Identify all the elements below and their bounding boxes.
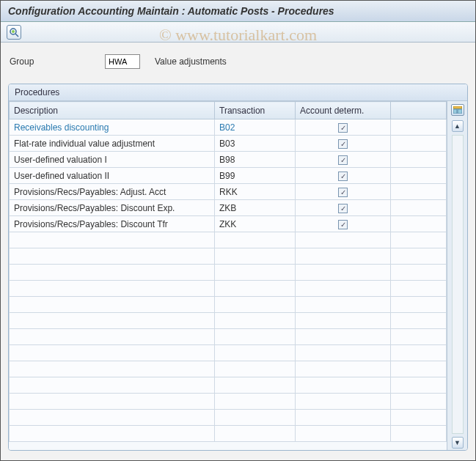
svg-rect-4 [453, 109, 457, 114]
cell-empty [296, 345, 391, 361]
cell-account-determ[interactable]: ✓ [296, 152, 391, 168]
page-title: Configuration Accounting Maintain : Auto… [8, 5, 468, 17]
group-label: Group [10, 56, 98, 67]
cell-account-determ[interactable]: ✓ [296, 200, 391, 216]
checkbox-icon[interactable]: ✓ [338, 139, 348, 149]
cell-empty [10, 394, 215, 410]
cell-empty [296, 410, 391, 426]
table-settings-icon[interactable] [451, 104, 464, 116]
cell-empty [215, 297, 296, 313]
cell-transaction[interactable]: RKK [215, 184, 296, 200]
cell-empty [296, 313, 391, 329]
col-account-determ[interactable]: Account determ. [296, 102, 391, 119]
cell-account-determ[interactable]: ✓ [296, 184, 391, 200]
checkbox-icon[interactable]: ✓ [338, 123, 348, 133]
cell-description[interactable]: User-defined valuation I [10, 152, 215, 168]
cell-description[interactable]: Provisions/Recs/Payables: Discount Tfr [10, 216, 215, 232]
table-row-empty[interactable] [10, 361, 447, 377]
table-row[interactable]: Provisions/Recs/Payables: Adjust. AcctRK… [10, 184, 447, 200]
procedures-table: Description Transaction Account determ. … [9, 101, 447, 442]
cell-empty [215, 313, 296, 329]
table-row-empty[interactable] [10, 426, 447, 442]
cell-description[interactable]: User-defined valuation II [10, 168, 215, 184]
table-row-empty[interactable] [10, 377, 447, 394]
scroll-track[interactable] [452, 135, 464, 434]
table-row-empty[interactable] [10, 313, 447, 329]
col-description[interactable]: Description [10, 102, 215, 119]
cell-transaction[interactable]: B02 [215, 119, 296, 136]
cell-empty [10, 297, 215, 313]
table-row[interactable]: User-defined valuation IIB99✓ [10, 168, 447, 184]
cell-empty [215, 426, 296, 442]
cell-empty [391, 313, 447, 329]
cell-empty [391, 265, 447, 281]
cell-empty [215, 265, 296, 281]
cell-empty [215, 345, 296, 361]
table-row[interactable]: Provisions/Recs/Payables: Discount TfrZK… [10, 216, 447, 232]
cell-account-determ[interactable]: ✓ [296, 168, 391, 184]
cell-account-determ[interactable]: ✓ [296, 216, 391, 232]
checkbox-icon[interactable]: ✓ [338, 172, 348, 181]
table-row[interactable]: Flat-rate individual value adjustmentB03… [10, 136, 447, 152]
cell-description[interactable]: Receivables discounting [10, 119, 215, 136]
table-row-empty[interactable] [10, 410, 447, 426]
cell-empty [391, 297, 447, 313]
table-row-empty[interactable] [10, 232, 447, 248]
checkbox-icon[interactable]: ✓ [338, 188, 348, 197]
cell-transaction[interactable]: ZKB [215, 200, 296, 216]
table-row[interactable]: User-defined valuation IB98✓ [10, 152, 447, 168]
content-area: Group Value adjustments Procedures Descr… [1, 43, 475, 460]
cell-empty [296, 329, 391, 345]
cell-spacer [391, 184, 447, 200]
cell-empty [215, 232, 296, 248]
table-scrollbar: ▲ ▼ [447, 101, 467, 450]
cell-empty [215, 329, 296, 345]
cell-transaction[interactable]: B98 [215, 152, 296, 168]
cell-empty [391, 394, 447, 410]
table-row[interactable]: Receivables discountingB02✓ [10, 119, 447, 136]
cell-empty [10, 313, 215, 329]
table-row-empty[interactable] [10, 265, 447, 281]
procedures-panel: Procedures Description Transaction Accou… [8, 84, 468, 451]
table-row-empty[interactable] [10, 345, 447, 361]
table-row-empty[interactable] [10, 297, 447, 313]
cell-empty [10, 329, 215, 345]
cell-empty [296, 394, 391, 410]
cell-empty [296, 248, 391, 265]
cell-empty [296, 426, 391, 442]
cell-empty [391, 281, 447, 297]
svg-line-1 [15, 34, 18, 37]
search-help-icon[interactable] [7, 25, 21, 40]
group-input[interactable] [105, 54, 140, 69]
cell-account-determ[interactable]: ✓ [296, 136, 391, 152]
checkbox-icon[interactable]: ✓ [338, 204, 348, 213]
svg-rect-5 [458, 109, 462, 114]
table-row[interactable]: Provisions/Recs/Payables: Discount Exp.Z… [10, 200, 447, 216]
table-row-empty[interactable] [10, 329, 447, 345]
cell-spacer [391, 119, 447, 136]
cell-description[interactable]: Flat-rate individual value adjustment [10, 136, 215, 152]
svg-rect-3 [453, 106, 462, 108]
cell-empty [215, 361, 296, 377]
col-spacer [391, 102, 447, 119]
scroll-down-icon[interactable]: ▼ [452, 437, 464, 449]
cell-transaction[interactable]: B99 [215, 168, 296, 184]
cell-transaction[interactable]: B03 [215, 136, 296, 152]
cell-spacer [391, 200, 447, 216]
cell-account-determ[interactable]: ✓ [296, 119, 391, 136]
table-row-empty[interactable] [10, 394, 447, 410]
svg-point-2 [12, 30, 15, 33]
checkbox-icon[interactable]: ✓ [338, 220, 348, 229]
cell-description[interactable]: Provisions/Recs/Payables: Adjust. Acct [10, 184, 215, 200]
table-row-empty[interactable] [10, 281, 447, 297]
scroll-up-icon[interactable]: ▲ [452, 120, 464, 132]
col-transaction[interactable]: Transaction [215, 102, 296, 119]
cell-empty [296, 377, 391, 394]
table-row-empty[interactable] [10, 248, 447, 265]
cell-description[interactable]: Provisions/Recs/Payables: Discount Exp. [10, 200, 215, 216]
cell-empty [10, 361, 215, 377]
cell-empty [215, 377, 296, 394]
cell-empty [296, 361, 391, 377]
cell-transaction[interactable]: ZKK [215, 216, 296, 232]
checkbox-icon[interactable]: ✓ [338, 155, 348, 165]
